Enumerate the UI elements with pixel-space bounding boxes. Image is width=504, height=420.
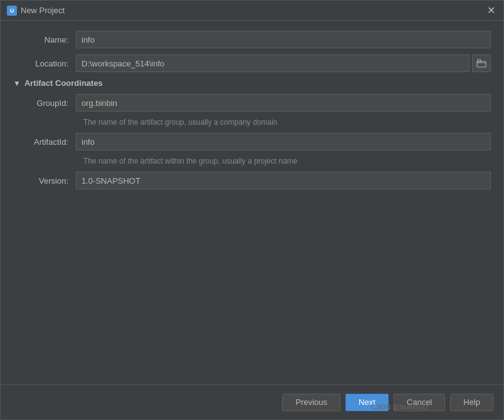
section-title: Artifact Coordinates (24, 78, 103, 88)
name-input-wrapper (76, 31, 491, 48)
artifactid-input-wrapper (76, 133, 491, 150)
watermark: CSDN @binbinxyz (371, 403, 428, 411)
location-input-group (76, 55, 491, 72)
name-input[interactable] (76, 31, 491, 48)
dialog-title: New Project (21, 6, 65, 15)
groupid-row: GroupId: (13, 94, 491, 112)
title-bar-left: U New Project (7, 6, 65, 16)
close-button[interactable]: ✕ (485, 4, 497, 17)
dialog-icon: U (7, 6, 17, 16)
artifactid-row: ArtifactId: (13, 133, 491, 150)
previous-button[interactable]: Previous (282, 394, 340, 411)
name-row: Name: (13, 31, 491, 48)
svg-rect-3 (478, 60, 481, 62)
artifactid-label: ArtifactId: (13, 137, 76, 147)
new-project-dialog: U New Project ✕ Name: Location: (0, 0, 504, 420)
location-input[interactable] (76, 55, 470, 72)
dialog-content: Name: Location: (1, 21, 503, 384)
title-bar: U New Project ✕ (1, 1, 503, 21)
version-input-wrapper (76, 172, 491, 189)
section-toggle-icon[interactable]: ▼ (13, 79, 21, 88)
svg-text:U: U (10, 8, 14, 14)
location-input-wrapper (76, 55, 491, 72)
version-row: Version: (13, 172, 491, 189)
help-button[interactable]: Help (450, 394, 493, 411)
groupid-hint: The name of the artifact group, usually … (83, 118, 491, 127)
artifactid-hint: The name of the artifact within the grou… (83, 157, 491, 165)
version-label: Version: (13, 176, 76, 186)
location-browse-button[interactable] (472, 55, 491, 72)
location-row: Location: (13, 55, 491, 72)
groupid-input-wrapper (76, 94, 491, 112)
groupid-label: GroupId: (13, 98, 76, 108)
version-input[interactable] (76, 172, 491, 189)
name-label: Name: (13, 35, 76, 45)
artifact-section-header: ▼ Artifact Coordinates (13, 78, 491, 88)
groupid-input[interactable] (76, 94, 491, 112)
location-label: Location: (13, 59, 76, 68)
bottom-bar: Previous Next Cancel Help CSDN @binbinxy… (1, 384, 503, 419)
artifactid-input[interactable] (76, 133, 491, 150)
